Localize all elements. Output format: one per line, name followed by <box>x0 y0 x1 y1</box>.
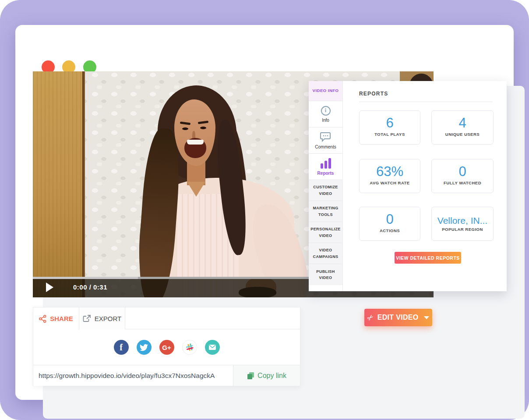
sidebar-item-reports[interactable]: Reports <box>309 154 342 180</box>
sidebar-label: PERSONALIZE VIDEO <box>310 226 340 239</box>
slack-share-button[interactable] <box>182 340 197 355</box>
video-frame-door <box>33 71 82 297</box>
sidebar-item-video-campaigns[interactable]: VIDEO CAMPAIGNS <box>309 243 342 264</box>
sidebar-item-marketing-tools[interactable]: MARKETING TOOLS <box>309 201 342 222</box>
social-share-row: f G+ <box>33 330 300 365</box>
copy-link-button[interactable]: Copy link <box>233 365 300 386</box>
share-url-row: https://growth.hippovideo.io/video/play/… <box>33 365 300 386</box>
scissors-icon: ✂ <box>365 312 375 323</box>
stat-card-avg-watch-rate: 63% AVG WATCH RATE <box>359 159 420 193</box>
edit-video-label: EDIT VIDEO <box>377 314 419 321</box>
sidebar-item-publish-video[interactable]: PUBLISH VIDEO <box>309 264 342 285</box>
edit-video-button[interactable]: ✂ EDIT VIDEO <box>364 309 432 326</box>
sidebar-label: MARKETING TOOLS <box>311 205 340 218</box>
sidebar-item-info[interactable]: i Info <box>309 101 342 127</box>
stat-label: TOTAL PLAYS <box>360 132 420 137</box>
export-icon <box>83 314 91 322</box>
twitter-icon <box>140 343 148 352</box>
stat-value: 0 <box>432 164 493 179</box>
tab-share[interactable]: SHARE <box>33 307 79 330</box>
tab-label: SHARE <box>50 315 73 322</box>
email-share-button[interactable] <box>205 340 220 355</box>
sidebar-label: VIDEO INFO <box>313 88 339 94</box>
sidebar-item-comments[interactable]: Comments <box>309 127 342 154</box>
sidebar-label: Reports <box>317 171 334 176</box>
share-tabs-row: SHARE EXPORT <box>33 307 300 329</box>
stat-card-total-plays: 6 TOTAL PLAYS <box>359 110 420 145</box>
copy-icon <box>247 372 254 380</box>
info-circle-icon: i <box>321 106 331 116</box>
google-plus-share-button[interactable]: G+ <box>159 340 174 355</box>
sidebar-item-personalize-video[interactable]: PERSONALIZE VIDEO <box>309 222 342 243</box>
person-eye <box>200 127 206 129</box>
reports-section: REPORTS 6 TOTAL PLAYS 4 UNIQUE USERS 63%… <box>343 81 507 291</box>
divider <box>359 102 493 102</box>
email-icon <box>208 344 216 350</box>
tab-label: EXPORT <box>95 315 121 322</box>
person-teeth <box>187 140 204 145</box>
sidebar-label: VIDEO CAMPAIGNS <box>311 247 340 260</box>
stat-value: 0 <box>360 212 420 227</box>
share-card: SHARE EXPORT f G+ <box>33 307 300 386</box>
stat-value: Vellore, IN... <box>432 215 493 226</box>
twitter-share-button[interactable] <box>137 340 152 355</box>
slack-icon <box>185 342 194 352</box>
tab-export[interactable]: EXPORT <box>79 307 125 329</box>
stat-card-fully-watched: 0 FULLY WATCHED <box>431 159 494 193</box>
person-eye <box>182 127 188 130</box>
bar-chart-icon <box>321 158 331 169</box>
stat-card-unique-users: 4 UNIQUE USERS <box>431 110 494 145</box>
stat-label: POPULAR REGION <box>432 227 493 232</box>
stat-value: 4 <box>432 116 493 131</box>
sidebar-item-video-info[interactable]: VIDEO INFO <box>309 81 342 101</box>
view-detailed-reports-button[interactable]: VIEW DETAILED REPORTS <box>395 252 461 264</box>
sidebar-label: Info <box>322 118 329 123</box>
share-icon <box>39 315 46 323</box>
stat-label: AVG WATCH RATE <box>360 180 420 185</box>
sidebar-item-customize-video[interactable]: CUSTOMIZE VIDEO <box>309 180 342 201</box>
sidebar-label: CUSTOMIZE VIDEO <box>311 184 340 197</box>
video-frame-door-edge <box>82 71 85 297</box>
stat-value: 6 <box>360 116 420 131</box>
stat-value: 63% <box>360 164 420 179</box>
stat-label: FULLY WATCHED <box>432 180 493 185</box>
reports-title: REPORTS <box>359 91 388 97</box>
google-plus-icon: G+ <box>162 344 171 351</box>
stat-label: ACTIONS <box>360 228 420 233</box>
facebook-share-button[interactable]: f <box>114 340 129 355</box>
sidebar-label: PUBLISH VIDEO <box>311 268 340 281</box>
stat-card-popular-region: Vellore, IN... POPULAR REGION <box>431 207 494 241</box>
video-time-display: 0:00 / 0:31 <box>73 283 107 291</box>
play-icon[interactable] <box>46 282 53 292</box>
facebook-icon: f <box>120 342 123 353</box>
comment-bubble-icon <box>320 132 332 142</box>
video-info-panel: VIDEO INFO i Info Comments Reports CUSTO… <box>309 81 507 291</box>
stat-card-actions: 0 ACTIONS <box>359 207 420 241</box>
video-info-sidebar: VIDEO INFO i Info Comments Reports CUSTO… <box>309 81 343 291</box>
copy-link-label: Copy link <box>257 372 286 380</box>
stat-label: UNIQUE USERS <box>432 132 493 137</box>
sidebar-label: Comments <box>315 145 336 149</box>
chevron-down-icon <box>424 316 429 319</box>
share-url-field[interactable]: https://growth.hippovideo.io/video/play/… <box>33 365 233 386</box>
